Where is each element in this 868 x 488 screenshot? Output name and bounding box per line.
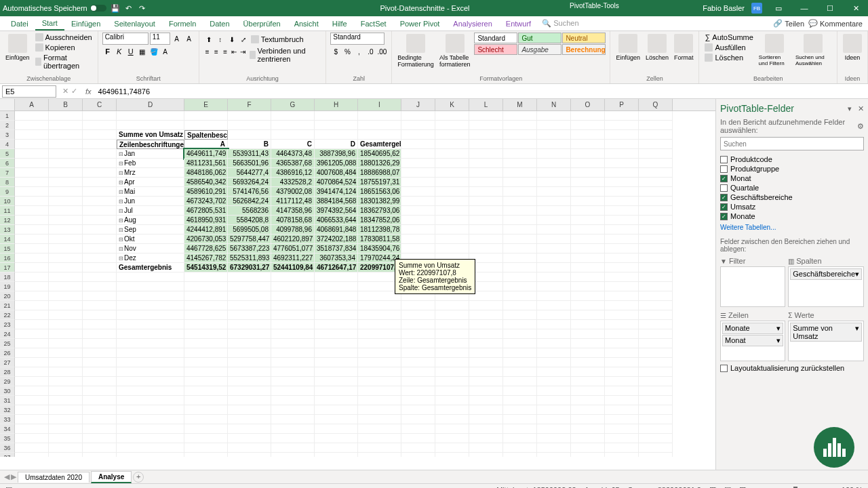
cell[interactable] xyxy=(49,111,83,121)
cell[interactable] xyxy=(49,253,83,263)
column-header[interactable]: G xyxy=(271,99,315,110)
font-select[interactable]: Calibri xyxy=(102,33,149,45)
cell[interactable]: 5693264,24 xyxy=(228,178,271,187)
cell[interactable] xyxy=(358,348,401,358)
indent-dec-icon[interactable]: ⇤ xyxy=(230,46,238,57)
cell[interactable] xyxy=(503,329,537,339)
cell[interactable] xyxy=(49,310,83,320)
cell[interactable] xyxy=(15,197,49,206)
cell[interactable] xyxy=(435,111,469,121)
cell[interactable] xyxy=(83,348,117,358)
zoom-in-icon[interactable]: + xyxy=(829,486,833,489)
cell[interactable] xyxy=(83,310,117,320)
align-top-icon[interactable]: ⬆ xyxy=(203,34,214,45)
cell[interactable] xyxy=(228,386,271,396)
style-schlecht[interactable]: Schlecht xyxy=(474,44,517,55)
align-left-icon[interactable]: ≡ xyxy=(203,46,212,57)
row-header[interactable]: 1 xyxy=(0,111,15,121)
fill-button[interactable]: Ausfüllen xyxy=(703,43,754,52)
cell[interactable] xyxy=(537,348,571,358)
cell[interactable] xyxy=(228,291,271,301)
cell[interactable] xyxy=(639,453,673,457)
cell[interactable] xyxy=(271,121,315,130)
cell[interactable] xyxy=(83,272,117,282)
cell[interactable] xyxy=(83,263,117,272)
cell[interactable] xyxy=(537,253,571,263)
row-header[interactable]: 7 xyxy=(0,168,15,178)
cell[interactable]: 4811231,561 xyxy=(184,159,228,168)
cell[interactable] xyxy=(315,358,358,367)
cell[interactable] xyxy=(184,405,228,415)
column-header[interactable]: A xyxy=(15,99,49,110)
cell[interactable] xyxy=(315,424,358,434)
cell[interactable] xyxy=(571,130,605,140)
user-name[interactable]: Fabio Basler xyxy=(703,4,745,12)
cell[interactable] xyxy=(83,140,117,149)
column-header[interactable]: J xyxy=(401,99,435,110)
cell[interactable] xyxy=(271,415,315,424)
cell[interactable]: ⊟Jan xyxy=(117,149,184,159)
cell[interactable] xyxy=(49,453,83,457)
cell[interactable] xyxy=(117,320,184,329)
cell[interactable] xyxy=(184,434,228,443)
cell[interactable] xyxy=(537,443,571,453)
cell[interactable] xyxy=(435,367,469,377)
cell[interactable] xyxy=(503,415,537,424)
cell[interactable]: 5525311,893 xyxy=(228,253,271,263)
column-header[interactable]: L xyxy=(469,99,503,110)
cell[interactable]: Zeilenbeschriftungen▼ xyxy=(117,140,184,149)
tab-review[interactable]: Überprüfen xyxy=(237,18,288,30)
copy-button[interactable]: Kopieren xyxy=(34,43,94,52)
cell[interactable] xyxy=(401,111,435,121)
column-header[interactable]: M xyxy=(503,99,537,110)
cell[interactable] xyxy=(184,396,228,405)
cell[interactable] xyxy=(639,187,673,197)
row-header[interactable]: 11 xyxy=(0,206,15,216)
cell[interactable] xyxy=(401,159,435,168)
cell[interactable] xyxy=(537,424,571,434)
cell[interactable] xyxy=(315,367,358,377)
cell[interactable] xyxy=(83,386,117,396)
cell[interactable] xyxy=(537,235,571,244)
cell[interactable] xyxy=(435,159,469,168)
cell[interactable] xyxy=(537,149,571,159)
cell[interactable] xyxy=(605,130,639,140)
cell[interactable] xyxy=(83,396,117,405)
cell[interactable] xyxy=(469,130,503,140)
insert-cells-button[interactable]: Einfügen xyxy=(614,33,642,62)
cell[interactable] xyxy=(605,415,639,424)
cell[interactable]: 18301382,99 xyxy=(358,197,401,206)
cell[interactable] xyxy=(184,453,228,457)
cell[interactable] xyxy=(605,405,639,415)
cell[interactable] xyxy=(503,301,537,310)
cell[interactable] xyxy=(503,282,537,291)
cell[interactable] xyxy=(315,453,358,457)
cell[interactable] xyxy=(639,216,673,225)
cell[interactable] xyxy=(571,320,605,329)
cell[interactable] xyxy=(571,121,605,130)
cell[interactable] xyxy=(49,197,83,206)
cell[interactable]: 3518737,834 xyxy=(315,244,358,253)
cell[interactable] xyxy=(15,348,49,358)
align-bottom-icon[interactable]: ⬇ xyxy=(226,34,237,45)
cell[interactable] xyxy=(49,405,83,415)
cell[interactable] xyxy=(117,121,184,130)
cell[interactable] xyxy=(435,377,469,386)
cell[interactable] xyxy=(83,405,117,415)
cell[interactable] xyxy=(49,386,83,396)
wrap-text-button[interactable]: Textumbruch xyxy=(250,34,305,45)
cell[interactable]: 5539311,43 xyxy=(228,149,271,159)
cell[interactable]: ⊟Apr xyxy=(117,178,184,187)
cell[interactable] xyxy=(184,358,228,367)
cell[interactable] xyxy=(503,235,537,244)
cell[interactable] xyxy=(49,339,83,348)
cell[interactable] xyxy=(605,358,639,367)
column-header[interactable]: E xyxy=(184,99,228,110)
rows-area[interactable]: Monate▾Monat▾ xyxy=(720,321,785,361)
style-gut[interactable]: Gut xyxy=(518,33,561,43)
cell[interactable] xyxy=(537,405,571,415)
cell[interactable]: 4673243,702 xyxy=(184,197,228,206)
cell[interactable] xyxy=(15,367,49,377)
row-header[interactable]: 24 xyxy=(0,329,15,339)
cell[interactable] xyxy=(401,424,435,434)
